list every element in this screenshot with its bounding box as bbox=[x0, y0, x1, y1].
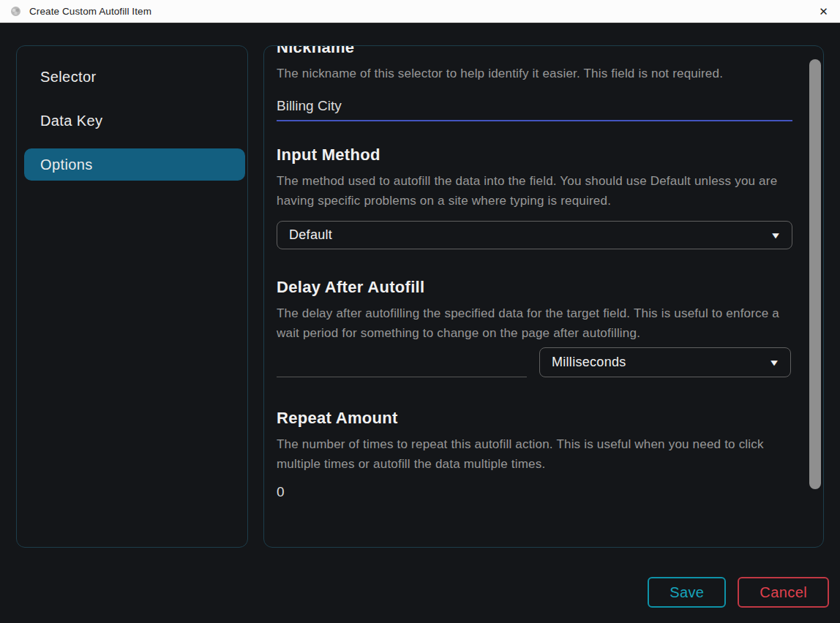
repeat-amount-input[interactable] bbox=[277, 481, 792, 503]
close-icon[interactable]: ✕ bbox=[807, 0, 840, 23]
footer-actions: Save Cancel bbox=[648, 577, 829, 608]
nickname-label: Nickname bbox=[277, 45, 791, 58]
sidebar: Selector Data Key Options bbox=[16, 45, 248, 548]
repeat-amount-label: Repeat Amount bbox=[277, 408, 791, 428]
repeat-amount-description: The number of times to repeat this autof… bbox=[277, 434, 791, 474]
options-scroll-content: Nickname The nickname of this selector t… bbox=[264, 45, 823, 503]
input-method-selected-value: Default bbox=[289, 227, 332, 243]
sidebar-item-data-key[interactable]: Data Key bbox=[24, 105, 245, 137]
sidebar-item-selector[interactable]: Selector bbox=[24, 61, 245, 93]
create-custom-autofill-dialog: Create Custom Autofill Item ✕ Selector D… bbox=[0, 0, 840, 623]
titlebar: Create Custom Autofill Item ✕ bbox=[0, 0, 840, 23]
nickname-description: The nickname of this selector to help id… bbox=[277, 64, 791, 83]
save-button[interactable]: Save bbox=[648, 577, 726, 608]
delay-after-autofill-label: Delay After Autofill bbox=[277, 277, 791, 298]
nickname-input[interactable] bbox=[277, 97, 792, 121]
scrollbar-track[interactable] bbox=[809, 50, 821, 542]
input-method-dropdown[interactable]: Default ▼ bbox=[277, 221, 792, 249]
delay-unit-dropdown[interactable]: Milliseconds ▼ bbox=[539, 347, 791, 377]
delay-after-autofill-description: The delay after autofilling the specifie… bbox=[277, 303, 791, 343]
input-method-label: Input Method bbox=[277, 145, 791, 165]
chevron-down-icon: ▼ bbox=[770, 230, 781, 241]
delay-amount-input[interactable] bbox=[277, 348, 527, 377]
delay-row: Milliseconds ▼ bbox=[277, 347, 791, 377]
cancel-button[interactable]: Cancel bbox=[738, 577, 829, 608]
window-title: Create Custom Autofill Item bbox=[29, 6, 151, 17]
scrollbar-thumb[interactable] bbox=[809, 59, 821, 489]
chevron-down-icon: ▼ bbox=[768, 358, 780, 368]
delay-unit-selected-value: Milliseconds bbox=[552, 355, 626, 370]
input-method-description: The method used to autofill the data int… bbox=[277, 171, 791, 211]
app-icon bbox=[10, 5, 22, 18]
sidebar-item-options[interactable]: Options bbox=[24, 148, 245, 181]
options-panel: Nickname The nickname of this selector t… bbox=[263, 45, 824, 548]
